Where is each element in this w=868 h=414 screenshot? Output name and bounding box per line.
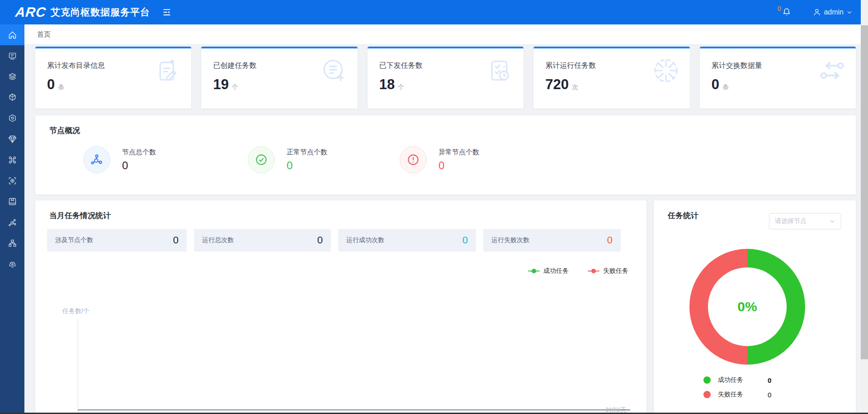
logo-area: ARC 艾克尚枢数据服务平台 [0, 5, 172, 20]
line-dot-marker [528, 269, 540, 273]
stat-card-value: 19 [213, 76, 228, 92]
stat-card-catalog: 累计发布目录信息 0条 [35, 47, 191, 109]
menu-collapse-icon[interactable] [162, 7, 172, 17]
scrollbar-track[interactable] [861, 0, 868, 414]
layers-icon [8, 72, 17, 81]
dashboard-page: ARC 艾克尚枢数据服务平台 0 [0, 0, 868, 414]
node-select-dropdown[interactable]: 请选择节点 [769, 213, 841, 229]
sidebar-item-workbench[interactable] [0, 149, 24, 170]
service-molecule-icon [8, 218, 17, 227]
legend-item-success[interactable]: 成功任务 [528, 267, 569, 275]
task-donut-chart[interactable]: 0% [689, 249, 805, 365]
red-dot-icon [703, 391, 711, 398]
pie-legend-label: 失败任务 [718, 390, 768, 399]
breadcrumb[interactable]: 首页 [37, 30, 51, 39]
command-icon [8, 155, 17, 165]
legend-label: 成功任务 [543, 267, 569, 275]
model-box-icon [8, 114, 17, 123]
select-placeholder: 请选择节点 [775, 217, 807, 225]
stat-card-label: 累计运行任务数 [545, 61, 596, 71]
node-label: 节点总个数 [122, 148, 156, 157]
task-running-icon [653, 57, 679, 84]
stat-card-unit: 个 [398, 83, 404, 90]
stat-card-label: 已下发任务数 [379, 61, 423, 71]
chevron-down-icon [829, 218, 835, 224]
node-error-item: 异常节点个数 0 [400, 146, 479, 173]
stat-box-nodes: 涉及节点个数 0 [47, 229, 187, 252]
stat-card-dispatched: 已下发任务数 18个 [368, 47, 524, 109]
node-value: 0 [122, 159, 156, 172]
pie-legend-label: 成功任务 [718, 376, 768, 384]
task-created-icon [321, 57, 347, 84]
stat-box-label: 运行总次数 [202, 236, 234, 244]
pie-legend-success[interactable]: 成功任务 0 [703, 376, 771, 384]
stat-card-unit: 次 [572, 83, 578, 90]
node-label: 异常节点个数 [439, 148, 479, 157]
y-axis-line [78, 319, 78, 414]
donut-hole: 0% [708, 267, 787, 346]
node-error-icon [400, 146, 427, 173]
monthly-tasks-panel: 当月任务情况统计 涉及节点个数 0 运行总次数 0 运行成功次数 0 运行失败次… [35, 200, 646, 414]
panel-title: 任务统计 [668, 210, 698, 221]
sidebar-item-model[interactable] [0, 108, 24, 128]
logo: ARC [14, 5, 47, 20]
org-sitemap-icon [8, 238, 17, 248]
sidebar-item-monitor[interactable] [0, 170, 24, 191]
sidebar-item-asset[interactable] [0, 128, 24, 149]
header-right: 0 admin [778, 7, 868, 17]
donut-center-value: 0% [737, 299, 757, 314]
stat-card-unit: 个 [232, 83, 238, 90]
stat-cards-row: 累计发布目录信息 0条 已创建任务数 19个 [35, 47, 856, 109]
scrollbar-thumb[interactable] [861, 25, 868, 359]
green-dot-icon [703, 376, 711, 384]
node-label: 正常节点个数 [287, 148, 327, 157]
user-menu[interactable]: admin [812, 8, 853, 17]
sidebar-item-catalog[interactable] [0, 45, 24, 66]
username: admin [824, 8, 844, 16]
scan-target-icon [8, 176, 17, 186]
stat-box-value: 0 [607, 234, 613, 246]
stat-box-value: 0 [173, 234, 179, 246]
stat-card-label: 已创建任务数 [213, 61, 256, 71]
sidebar-item-home[interactable] [0, 24, 24, 45]
stat-box-success-runs: 运行成功次数 0 [338, 229, 476, 252]
stat-card-value: 720 [545, 76, 569, 92]
legend-item-fail[interactable]: 失败任务 [588, 267, 628, 275]
sidebar-item-resource[interactable] [0, 191, 24, 212]
data-exchange-icon [819, 57, 845, 84]
app-header: ARC 艾克尚枢数据服务平台 0 [0, 0, 868, 24]
stat-card-exchanged: 累计交换数据量 0条 [700, 47, 856, 109]
alert-bell-icon [8, 259, 17, 269]
pie-legend-fail[interactable]: 失败任务 0 [703, 390, 771, 399]
stat-card-label: 累计交换数据量 [712, 61, 762, 71]
panel-title: 节点概况 [49, 125, 80, 136]
home-icon [8, 30, 17, 40]
node-overview-panel: 节点概况 节点总个数 0 正常节点个数 0 异常节点个数 [35, 115, 856, 195]
stat-box-label: 运行失败次数 [491, 236, 529, 244]
stat-card-unit: 条 [722, 83, 729, 90]
sidebar-item-layers[interactable] [0, 66, 24, 87]
stat-box-total-runs: 运行总次数 0 [194, 229, 331, 252]
catalog-icon [8, 51, 17, 61]
exchange-cube-icon [8, 93, 17, 102]
resource-book-icon [8, 197, 17, 206]
stat-box-label: 运行成功次数 [346, 236, 384, 244]
node-value: 0 [287, 159, 327, 172]
sidebar-item-alerts[interactable] [0, 253, 24, 274]
task-stats-panel: 任务统计 请选择节点 0% 成功任务 0 失败任务 0 [654, 200, 856, 414]
line-chart-legend: 成功任务 失败任务 [528, 267, 628, 275]
catalog-publish-icon [154, 57, 180, 84]
sidebar-item-exchange[interactable] [0, 87, 24, 108]
stat-card-unit: 条 [58, 83, 64, 90]
bell-icon[interactable] [782, 7, 792, 17]
stat-card-label: 累计发布目录信息 [47, 61, 105, 71]
sidebar-item-org[interactable] [0, 233, 24, 253]
node-value: 0 [439, 159, 479, 172]
node-normal-item: 正常节点个数 0 [248, 146, 327, 173]
legend-label: 失败任务 [603, 267, 628, 275]
stat-card-value: 0 [712, 76, 719, 92]
asset-gem-icon [8, 134, 17, 144]
sidebar-nav [0, 24, 24, 414]
sidebar-item-service[interactable] [0, 212, 24, 233]
node-total-icon [83, 146, 110, 173]
